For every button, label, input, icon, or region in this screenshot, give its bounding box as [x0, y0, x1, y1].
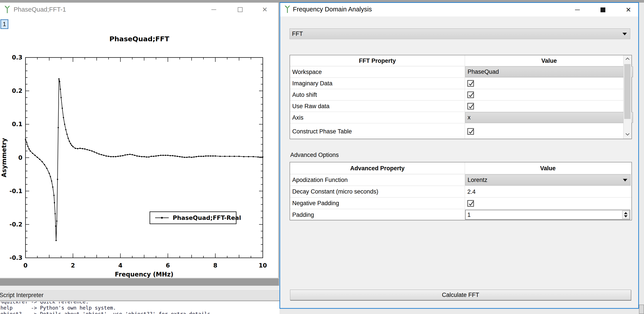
data-point-marker	[84, 148, 86, 150]
data-point-marker	[59, 81, 60, 82]
auto-shift-label: Auto shift	[292, 91, 317, 98]
y-tick-label: 0.2	[12, 87, 22, 94]
data-point-marker	[258, 157, 259, 158]
data-point-marker	[77, 148, 78, 150]
data-point-marker	[70, 143, 71, 144]
data-point-marker	[57, 179, 58, 180]
table-scrollbar[interactable]	[623, 55, 632, 139]
data-point-marker	[205, 155, 206, 157]
data-point-marker	[158, 155, 159, 157]
data-point-marker	[96, 152, 97, 154]
adv-table-row-negative-padding: Negative Padding	[290, 197, 632, 209]
background-window-fragment	[639, 305, 644, 314]
data-point-marker	[144, 156, 145, 157]
data-point-marker	[75, 148, 76, 149]
script-interpreter-console[interactable]: %quickref -> Quick reference. help -> Py…	[0, 302, 280, 314]
data-point-marker	[172, 155, 173, 157]
plot-window-titlebar[interactable]: PhaseQuad;FFT-1 ✕	[0, 3, 278, 17]
method-dropdown-value: FFT	[292, 30, 303, 37]
scroll-thumb[interactable]	[624, 64, 630, 119]
fft-table-row-workspace: WorkspacePhaseQuad	[290, 66, 632, 78]
data-point-marker	[103, 155, 104, 156]
data-point-marker	[66, 134, 68, 135]
scroll-down-button[interactable]	[624, 131, 632, 139]
data-point-marker	[177, 156, 178, 157]
data-point-marker	[72, 146, 74, 148]
padding-spin-buttons[interactable]	[622, 211, 629, 219]
negative-padding-checkbox[interactable]	[467, 200, 474, 207]
dialog-titlebar[interactable]: Frequency Domain Analysis ✕	[280, 3, 638, 16]
adv-table-header-property: Advanced Property	[350, 165, 405, 171]
x-tick-label: 6	[166, 262, 170, 269]
maximize-button[interactable]	[230, 3, 250, 17]
construct-phase-table-checkbox[interactable]	[467, 128, 474, 135]
calculate-fft-button[interactable]: Calculate FFT	[290, 290, 631, 300]
legend-marker-sample	[161, 217, 163, 219]
data-point-marker	[54, 202, 55, 203]
close-button[interactable]: ✕	[255, 3, 275, 17]
use-raw-data-checkbox[interactable]	[467, 103, 474, 110]
scroll-up-button[interactable]	[624, 55, 632, 63]
data-point-marker	[162, 155, 164, 156]
padding-spinner[interactable]: 1	[465, 210, 630, 220]
data-point-marker	[60, 97, 62, 98]
spin-down-icon[interactable]	[624, 215, 628, 217]
data-point-marker	[98, 153, 100, 155]
method-dropdown[interactable]: FFT	[290, 28, 630, 39]
fft-table-row-axis: Axisx	[290, 112, 632, 123]
chart-canvas: PhaseQuad;FFT02468100.30.20.10-0.1-0.2-0…	[0, 19, 280, 280]
chart-title: PhaseQuad;FFT	[110, 35, 170, 43]
fft-table-header-property: FFT Property	[359, 57, 396, 64]
column-divider	[465, 55, 465, 139]
data-point-marker	[155, 155, 157, 157]
advanced-options-label: Advanced Options	[290, 152, 339, 158]
data-point-marker	[151, 156, 152, 157]
workspace-dropdown[interactable]: PhaseQuad	[465, 66, 633, 77]
column-divider	[465, 162, 465, 220]
data-point-marker	[212, 155, 214, 157]
maximize-icon	[600, 7, 605, 12]
data-point-marker	[113, 156, 114, 157]
frequency-domain-analysis-dialog: Frequency Domain Analysis ✕ FFT FFT Prop…	[280, 2, 639, 309]
data-point-marker	[54, 195, 55, 196]
data-point-marker	[139, 156, 140, 157]
data-point-marker	[64, 124, 65, 125]
x-tick-label: 10	[258, 262, 267, 269]
data-point-marker	[124, 155, 126, 156]
minimize-button[interactable]	[204, 3, 224, 17]
close-icon: ✕	[626, 6, 631, 13]
data-point-marker	[55, 226, 56, 227]
data-point-marker	[160, 155, 162, 156]
plot-window-bottom-frame	[0, 278, 279, 286]
data-point-marker	[132, 154, 133, 155]
data-point-marker	[129, 154, 130, 155]
dialog-minimize-button[interactable]	[568, 3, 587, 17]
imaginary-data-checkbox[interactable]	[467, 80, 474, 87]
spin-up-icon[interactable]	[624, 212, 628, 214]
data-point-marker	[208, 155, 209, 157]
data-point-marker	[89, 150, 90, 151]
data-point-marker	[210, 155, 211, 157]
data-point-marker	[63, 117, 64, 118]
axis-dropdown[interactable]: x	[465, 112, 633, 123]
data-point-marker	[106, 155, 107, 157]
script-interpreter-titlebar[interactable]: Script Interpreter	[0, 289, 280, 301]
chevron-down-icon	[623, 179, 627, 181]
dialog-maximize-button[interactable]	[593, 3, 613, 17]
data-point-marker	[56, 221, 58, 222]
x-tick-label: 0	[24, 262, 28, 269]
dialog-close-button[interactable]: ✕	[618, 3, 638, 17]
data-point-marker	[101, 154, 102, 155]
fft-table-row-imaginary-data: Imaginary Data	[290, 78, 632, 89]
data-point-marker	[191, 157, 192, 158]
decay-constant-value[interactable]: 2.4	[467, 188, 476, 195]
padding-label: Padding	[292, 211, 314, 218]
apodization-function-value: Lorentz	[468, 177, 487, 183]
close-icon: ✕	[262, 6, 268, 13]
data-point-marker	[188, 157, 190, 158]
apodization-function-dropdown[interactable]: Lorentz	[465, 174, 630, 185]
adv-table-row-decay-constant: Decay Constant (micro seconds)2.4	[290, 186, 632, 197]
data-point-marker	[46, 168, 48, 169]
auto-shift-checkbox[interactable]	[467, 92, 474, 98]
data-point-marker	[234, 156, 235, 157]
